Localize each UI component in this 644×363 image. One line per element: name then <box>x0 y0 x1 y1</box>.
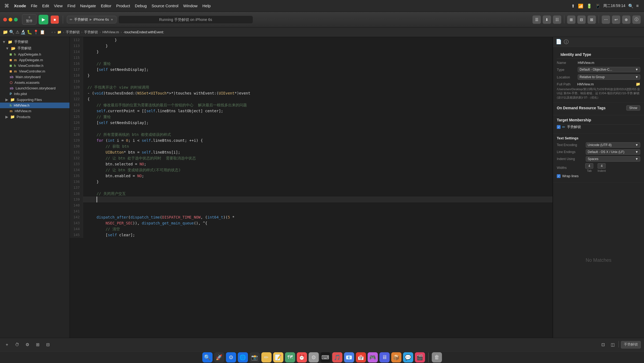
menu-xcode[interactable]: Xcode <box>14 3 26 8</box>
version-editor-btn[interactable]: ⊠ <box>587 15 596 24</box>
nav-icon-log[interactable]: 📋 <box>40 30 45 35</box>
dock-trash[interactable]: 🗑 <box>432 352 442 362</box>
bc-method[interactable]: -touchesEnded:withEvent: <box>123 30 164 34</box>
menu-edit[interactable]: Edit <box>42 3 49 8</box>
inspector-icon-info[interactable]: ⓘ <box>564 39 569 45</box>
bc-project[interactable]: 📁 <box>57 30 61 34</box>
dock-app1[interactable]: 🎮 <box>368 352 378 362</box>
related-items-btn[interactable]: ⋯ <box>602 15 610 24</box>
dock-calendar[interactable]: 📅 <box>356 352 366 362</box>
minimize-window-btn[interactable] <box>9 18 12 21</box>
bc-group[interactable]: 手势解锁 <box>66 30 80 35</box>
nav-icon-warning[interactable]: ⚠ <box>16 30 19 35</box>
add-file-btn[interactable]: ⊕ <box>622 15 631 24</box>
show-button[interactable]: Show <box>626 105 640 111</box>
jump-bar-btn[interactable]: ↩ <box>612 15 620 24</box>
nav-icon-debug[interactable]: 🐛 <box>27 30 32 35</box>
nav-file-main-storyboard[interactable]: sb Main.storyboard <box>0 74 69 80</box>
dock-maps[interactable]: 🗺 <box>285 352 295 362</box>
bc-back-btn[interactable]: ‹ <box>52 30 53 34</box>
menu-editor[interactable]: Editor <box>101 3 111 8</box>
nav-file-hmview-h[interactable]: h HMView.h <box>0 103 69 108</box>
nav-icon-test[interactable]: 🔬 <box>20 30 26 35</box>
search-icon[interactable]: 🔍 <box>628 3 634 9</box>
debug-toggle-btn[interactable]: ⬇ <box>543 15 551 24</box>
standard-editor-btn[interactable]: ⊞ <box>567 15 576 24</box>
dock-safari[interactable]: 🌐 <box>238 352 248 362</box>
nav-file-viewcontroller-m[interactable]: m ViewController.m <box>0 68 69 74</box>
apple-menu[interactable]: ⌘ <box>4 3 9 9</box>
stop-button[interactable]: ■ <box>50 15 59 24</box>
nav-file-viewcontroller-h[interactable]: h ViewController.h <box>0 63 69 68</box>
dock-reminders[interactable]: ⏰ <box>297 352 307 362</box>
menu-source-control[interactable]: Source Control <box>152 3 178 8</box>
dock-settings[interactable]: ⚙ <box>309 352 319 362</box>
bottom-split-icon[interactable]: ⊟ <box>44 341 52 349</box>
assistant-editor-btn[interactable]: ⊟ <box>577 15 586 24</box>
nav-file-infoplist[interactable]: P Info.plist <box>0 91 69 97</box>
nav-file-launchscreen[interactable]: sb LaunchScreen.storyboard <box>0 85 69 91</box>
dock-photos[interactable]: 📸 <box>250 352 260 362</box>
bottom-layout-icon[interactable]: ⊞ <box>34 341 41 349</box>
menu-navigate[interactable]: Navigate <box>80 3 96 8</box>
maximize-window-btn[interactable] <box>14 18 18 21</box>
nav-icon-folder[interactable]: 📁 <box>3 30 8 35</box>
dock-sketch[interactable]: ✏ <box>261 352 272 362</box>
menu-find[interactable]: Find <box>67 3 75 8</box>
line-content-139[interactable] <box>83 197 97 202</box>
navigator-toggle-btn[interactable]: ☰ <box>532 15 541 24</box>
target-checkbox[interactable]: ✓ <box>557 125 561 129</box>
menu-hamburger-icon[interactable]: ≡ <box>636 3 639 8</box>
dock-music[interactable]: 🎵 <box>332 352 342 362</box>
menu-window[interactable]: Window <box>183 3 197 8</box>
type-dropdown[interactable]: Default - Objective-C... ▼ <box>578 67 640 72</box>
dock-app2[interactable]: 🖥 <box>379 352 390 362</box>
dock-terminal[interactable]: ⌨ <box>320 352 331 362</box>
nav-file-assets[interactable]: ⬡ Assets.xcassets <box>0 80 69 85</box>
run-button[interactable]: ▶ <box>39 15 48 24</box>
scheme-selector[interactable]: ✏ 手势解锁 ▶ iPhone 6s ▼ <box>67 16 116 23</box>
close-window-btn[interactable] <box>3 18 7 21</box>
bottom-filter-icon[interactable]: ⚙ <box>24 341 31 349</box>
bc-file[interactable]: HMView.m <box>103 30 119 34</box>
fullpath-folder-icon[interactable]: 📁 <box>636 82 640 86</box>
dock-mail[interactable]: 📧 <box>344 352 354 362</box>
dock-notes[interactable]: 📝 <box>273 352 283 362</box>
bc-folder[interactable]: 手势解锁 <box>84 30 98 35</box>
code-editor[interactable]: 112 } 113 } 114 } 115 116 // 重绘 117 [sel… <box>70 37 553 338</box>
dock-app5[interactable]: 🎬 <box>415 352 425 362</box>
dock-launchpad[interactable]: 🚀 <box>214 352 224 362</box>
bottom-editor-toggle[interactable]: ⊡ <box>599 341 607 349</box>
nav-file-hmview-m[interactable]: m HMView.m <box>0 108 69 114</box>
menu-view[interactable]: View <box>54 3 63 8</box>
utilities-toggle-btn[interactable]: ☷ <box>553 15 561 24</box>
dock-finder[interactable]: 🔍 <box>202 352 213 362</box>
bottom-history-icon[interactable]: ⏱ <box>13 341 21 349</box>
nav-group-supporting[interactable]: ▶ 📁 Supporting Files <box>0 97 69 103</box>
menu-file[interactable]: File <box>31 3 37 8</box>
icon-screen-share[interactable]: ⬆ <box>571 3 575 9</box>
location-dropdown[interactable]: Relative to Group ▼ <box>578 74 640 80</box>
bc-forward-btn[interactable]: › <box>54 30 55 34</box>
nav-group-products[interactable]: ▶ 📁 Products <box>0 114 69 120</box>
nav-file-appdelegate-m[interactable]: m AppDelegate.m <box>0 57 69 63</box>
nav-icon-magnify[interactable]: 🔍 <box>9 30 14 35</box>
menu-debug[interactable]: Debug <box>135 3 147 8</box>
encoding-dropdown[interactable]: Unicode (UTF-8) ▼ <box>586 142 640 148</box>
wrap-lines-checkbox[interactable]: ✓ <box>557 174 561 178</box>
nav-file-appdelegate-h[interactable]: h AppDelegate.h <box>0 52 69 57</box>
nav-group-main[interactable]: ▼ 📂 手势解锁 <box>0 45 69 52</box>
inspector-icon-file[interactable]: 📄 <box>556 39 562 45</box>
dock-xcode[interactable]: ⚙ <box>226 352 236 362</box>
info-btn[interactable]: ⓘ <box>632 15 641 24</box>
nav-project[interactable]: ▼ 📁 手势解锁 <box>0 39 69 45</box>
dock-app4[interactable]: 💬 <box>403 352 413 362</box>
line-endings-dropdown[interactable]: Default - OS X / Unix (LF) ▼ <box>586 149 640 155</box>
indent-using-dropdown[interactable]: Spaces ▼ <box>586 156 640 162</box>
bottom-add-icon[interactable]: + <box>3 341 11 349</box>
nav-icon-breakpoint[interactable]: 📍 <box>33 30 39 35</box>
dock-app3[interactable]: 📦 <box>391 352 401 362</box>
menu-product[interactable]: Product <box>116 3 130 8</box>
bottom-nav-toggle[interactable]: ◫ <box>609 341 616 349</box>
menu-help[interactable]: Help <box>202 3 211 8</box>
